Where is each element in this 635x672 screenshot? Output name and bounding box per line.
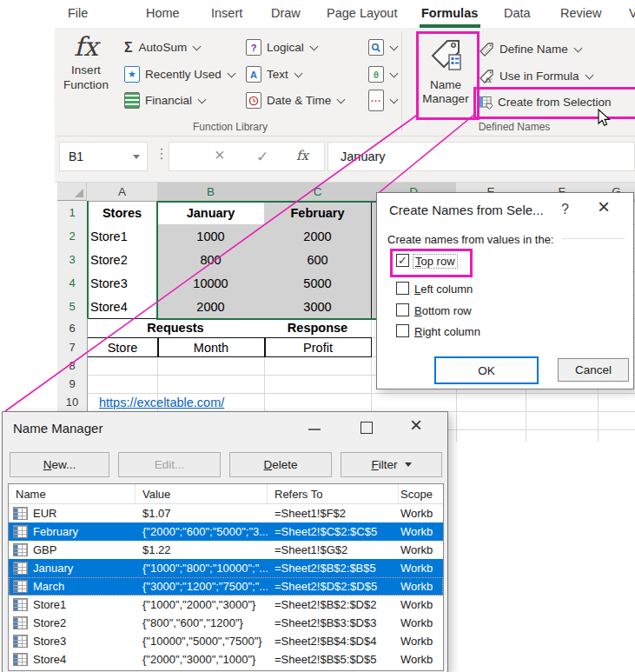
row-header-2[interactable]: 2 bbox=[57, 224, 89, 249]
close-icon[interactable]: × bbox=[410, 413, 422, 437]
col-header-C[interactable]: C bbox=[264, 183, 372, 203]
cell-B1-active[interactable]: January bbox=[157, 201, 265, 225]
cell-C2[interactable]: 2000 bbox=[264, 224, 372, 249]
ok-button[interactable]: OK bbox=[434, 356, 539, 384]
defined-names-group-label: Defined Names bbox=[471, 121, 558, 133]
edit-button[interactable]: Edit... bbox=[118, 452, 221, 477]
tab-insert[interactable]: Insert bbox=[211, 6, 242, 20]
cell-A2[interactable]: Store1 bbox=[87, 224, 162, 249]
logical-button[interactable]: ? Logical bbox=[246, 39, 317, 56]
defined-name-icon bbox=[13, 653, 28, 666]
cell-B5[interactable]: 2000 bbox=[157, 295, 265, 319]
chevron-down-icon bbox=[585, 71, 593, 80]
row-header-7[interactable]: 7 bbox=[57, 337, 88, 357]
row-header-8[interactable]: 8 bbox=[57, 356, 88, 376]
cell-C1[interactable]: February bbox=[264, 201, 372, 225]
cell-A5[interactable]: Store4 bbox=[87, 295, 162, 319]
cell-B4[interactable]: 10000 bbox=[157, 271, 265, 296]
chevron-down-icon bbox=[337, 96, 346, 104]
tab-draw[interactable]: Draw bbox=[271, 6, 301, 20]
right-column-checkbox[interactable] bbox=[396, 324, 409, 337]
row-header-10[interactable]: 10 bbox=[57, 393, 88, 412]
cell-C3[interactable]: 600 bbox=[264, 248, 372, 272]
table-row[interactable]: Store3 {"10000","5000","7500"} =Sheet2!$… bbox=[9, 632, 443, 650]
tab-page-layout[interactable]: Page Layout bbox=[327, 6, 397, 20]
table-row[interactable]: January {"1000";"800";"10000";"... =Shee… bbox=[9, 559, 443, 577]
table-row[interactable]: EUR $1.07 =Sheet1!$F$2 Workb bbox=[9, 504, 443, 522]
recently-used-button[interactable]: ★ Recently Used bbox=[124, 66, 235, 83]
bottom-row-label[interactable]: Bottom row bbox=[414, 304, 472, 317]
close-icon[interactable]: × bbox=[598, 195, 610, 219]
row-header-5[interactable]: 5 bbox=[57, 295, 89, 319]
cancel-icon[interactable]: × bbox=[215, 145, 225, 165]
col-header-A[interactable]: A bbox=[87, 183, 158, 202]
cancel-button[interactable]: Cancel bbox=[558, 358, 629, 382]
fx-icon[interactable]: fx bbox=[296, 148, 308, 163]
tab-file[interactable]: File bbox=[68, 6, 88, 20]
cell-store-label[interactable]: Store bbox=[89, 338, 156, 356]
cell-B2[interactable]: 1000 bbox=[157, 224, 265, 249]
row-header-1[interactable]: 1 bbox=[57, 201, 89, 225]
autosum-button[interactable]: Σ AutoSum bbox=[124, 39, 200, 56]
cell-month-label[interactable]: Month bbox=[159, 338, 263, 356]
table-row[interactable]: GBP $1.22 =Sheet1!$G$2 Workb bbox=[9, 541, 443, 559]
row-header-6[interactable]: 6 bbox=[57, 318, 88, 338]
recently-used-icon: ★ bbox=[124, 66, 140, 83]
tab-review[interactable]: Review bbox=[560, 6, 602, 20]
table-row[interactable]: Store4 {"2000","3000","1000"} =Sheet2!$B… bbox=[9, 650, 443, 669]
name-box-dropdown[interactable] bbox=[133, 155, 140, 159]
tab-data[interactable]: Data bbox=[504, 6, 531, 20]
tag-list-icon bbox=[427, 35, 465, 75]
lookup-reference-button[interactable] bbox=[368, 39, 397, 56]
tab-view[interactable]: V bbox=[629, 6, 635, 20]
top-row-checkbox[interactable]: ✓ bbox=[396, 254, 409, 267]
col-header-B[interactable]: B bbox=[157, 183, 265, 203]
table-row[interactable]: February {"2000";"600";"5000";"3... =She… bbox=[9, 522, 443, 541]
maximize-icon[interactable] bbox=[360, 422, 373, 434]
select-all-corner[interactable] bbox=[57, 183, 87, 201]
delete-button[interactable]: Delete bbox=[229, 452, 332, 477]
use-in-formula-button[interactable]: fx Use in Formula bbox=[479, 68, 592, 84]
cell-A1[interactable]: Stores bbox=[87, 201, 158, 225]
row-header-9[interactable]: 9 bbox=[57, 375, 88, 394]
date-time-button[interactable]: Date & Time bbox=[246, 92, 344, 109]
minimize-icon[interactable] bbox=[308, 429, 321, 430]
table-row[interactable]: Store2 {"800","600","1200"} =Sheet2!$B$3… bbox=[9, 614, 443, 632]
cell-C4[interactable]: 5000 bbox=[264, 271, 372, 296]
help-button[interactable]: ? bbox=[561, 202, 569, 217]
cell-requests-merged[interactable]: Requests bbox=[87, 318, 264, 337]
formula-input[interactable]: January bbox=[327, 142, 635, 171]
select-all-triangle-icon bbox=[75, 189, 83, 197]
text-button[interactable]: A Text bbox=[246, 66, 301, 83]
tab-formulas[interactable]: Formulas bbox=[421, 6, 478, 20]
left-column-checkbox[interactable] bbox=[396, 282, 409, 295]
filter-button[interactable]: Filter bbox=[341, 452, 442, 477]
new-button[interactable]: New... bbox=[10, 452, 109, 477]
bottom-row-checkbox[interactable] bbox=[396, 303, 409, 316]
create-from-selection-button[interactable]: Create from Selection bbox=[478, 94, 612, 110]
cell-C5[interactable]: 3000 bbox=[264, 295, 372, 319]
cell-A3[interactable]: Store2 bbox=[87, 248, 162, 272]
enter-icon[interactable]: ✓ bbox=[256, 148, 268, 166]
table-row[interactable]: Store1 {"1000","2000","3000"} =Sheet2!$B… bbox=[9, 595, 443, 614]
left-column-label[interactable]: Left column bbox=[414, 283, 473, 296]
cell-B3[interactable]: 800 bbox=[157, 248, 265, 272]
insert-function-button[interactable]: fx Insert Function bbox=[57, 31, 115, 111]
name-box[interactable]: B1 bbox=[59, 142, 148, 171]
cell-response[interactable]: Response bbox=[264, 318, 371, 337]
more-functions-button[interactable]: ... bbox=[368, 92, 397, 109]
cell-profit-label[interactable]: Profit bbox=[266, 338, 370, 356]
tab-home[interactable]: Home bbox=[146, 6, 180, 20]
row-header-4[interactable]: 4 bbox=[57, 271, 89, 296]
define-name-button[interactable]: Define Name bbox=[479, 41, 581, 57]
right-column-label[interactable]: Right column bbox=[414, 325, 480, 338]
financial-button[interactable]: Financial bbox=[124, 92, 205, 109]
math-trig-button[interactable]: θ bbox=[368, 66, 397, 83]
cell-A4[interactable]: Store3 bbox=[87, 271, 162, 296]
tag-icon bbox=[479, 42, 494, 57]
top-row-label[interactable]: Top row bbox=[413, 255, 457, 268]
table-row[interactable]: March {"3000";"1200";"7500";"... =Sheet2… bbox=[9, 577, 443, 595]
hyperlink-cell[interactable]: https://exceltable.com/ bbox=[88, 393, 314, 411]
name-manager-button[interactable]: Name Manager bbox=[418, 33, 473, 111]
row-header-3[interactable]: 3 bbox=[57, 248, 89, 272]
